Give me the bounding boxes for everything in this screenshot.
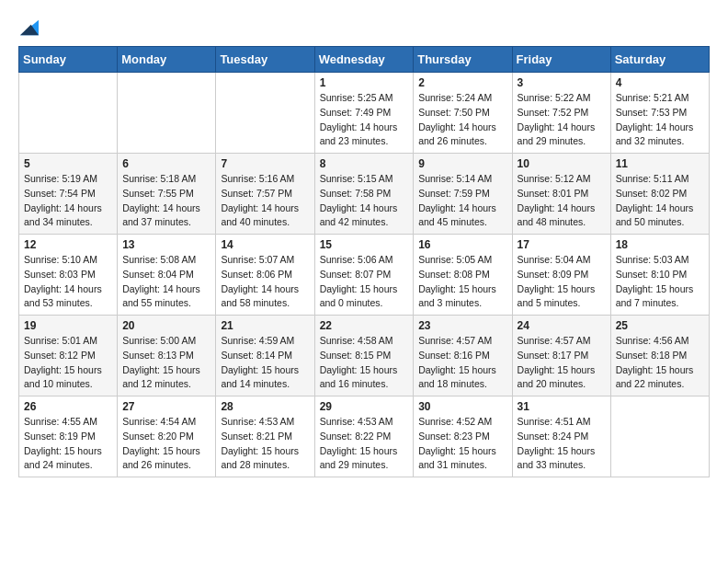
day-info: Sunrise: 4:56 AMSunset: 8:18 PMDaylight:… <box>616 334 704 392</box>
calendar-cell-week5-day5: 31Sunrise: 4:51 AMSunset: 8:24 PMDayligh… <box>512 396 610 477</box>
weekday-header-wednesday: Wednesday <box>314 47 414 73</box>
day-info: Sunrise: 5:03 AMSunset: 8:10 PMDaylight:… <box>616 253 704 311</box>
logo <box>18 18 39 37</box>
calendar-cell-week1-day5: 3Sunrise: 5:22 AMSunset: 7:52 PMDaylight… <box>512 73 610 154</box>
day-number: 21 <box>221 319 309 332</box>
day-info: Sunrise: 5:16 AMSunset: 7:57 PMDaylight:… <box>221 172 309 230</box>
day-number: 29 <box>320 400 409 413</box>
day-number: 24 <box>518 319 606 332</box>
day-info: Sunrise: 5:08 AMSunset: 8:04 PMDaylight:… <box>122 253 210 311</box>
day-info: Sunrise: 5:11 AMSunset: 8:02 PMDaylight:… <box>616 172 704 230</box>
calendar-cell-week5-day6 <box>610 396 709 477</box>
day-number: 10 <box>518 157 606 170</box>
day-number: 17 <box>518 238 606 251</box>
weekday-header-thursday: Thursday <box>414 47 512 73</box>
day-number: 19 <box>24 319 112 332</box>
calendar-cell-week2-day1: 6Sunrise: 5:18 AMSunset: 7:55 PMDaylight… <box>118 154 216 235</box>
week-row-4: 19Sunrise: 5:01 AMSunset: 8:12 PMDayligh… <box>19 316 710 396</box>
day-info: Sunrise: 5:07 AMSunset: 8:06 PMDaylight:… <box>221 253 309 311</box>
day-number: 4 <box>616 76 704 89</box>
day-number: 31 <box>518 400 606 413</box>
calendar-cell-week4-day6: 25Sunrise: 4:56 AMSunset: 8:18 PMDayligh… <box>610 316 709 396</box>
day-number: 6 <box>122 157 210 170</box>
day-number: 8 <box>320 157 409 170</box>
calendar-cell-week1-day1 <box>118 73 216 154</box>
calendar-cell-week2-day6: 11Sunrise: 5:11 AMSunset: 8:02 PMDayligh… <box>610 154 709 235</box>
calendar-cell-week3-day1: 13Sunrise: 5:08 AMSunset: 8:04 PMDayligh… <box>118 235 216 316</box>
calendar-cell-week5-day1: 27Sunrise: 4:54 AMSunset: 8:20 PMDayligh… <box>118 396 216 477</box>
calendar-cell-week3-day6: 18Sunrise: 5:03 AMSunset: 8:10 PMDayligh… <box>610 235 709 316</box>
weekday-header-row: SundayMondayTuesdayWednesdayThursdayFrid… <box>19 47 710 73</box>
calendar-cell-week1-day3: 1Sunrise: 5:25 AMSunset: 7:49 PMDaylight… <box>314 73 414 154</box>
week-row-5: 26Sunrise: 4:55 AMSunset: 8:19 PMDayligh… <box>19 396 710 477</box>
day-info: Sunrise: 5:25 AMSunset: 7:49 PMDaylight:… <box>320 91 409 149</box>
calendar-cell-week3-day3: 15Sunrise: 5:06 AMSunset: 8:07 PMDayligh… <box>314 235 414 316</box>
day-info: Sunrise: 5:22 AMSunset: 7:52 PMDaylight:… <box>518 91 606 149</box>
day-info: Sunrise: 5:18 AMSunset: 7:55 PMDaylight:… <box>122 172 210 230</box>
day-info: Sunrise: 4:51 AMSunset: 8:24 PMDaylight:… <box>518 415 606 473</box>
day-number: 25 <box>616 319 704 332</box>
calendar-cell-week1-day0 <box>19 73 118 154</box>
day-number: 23 <box>418 319 506 332</box>
day-number: 22 <box>320 319 409 332</box>
logo-icon <box>20 18 39 37</box>
day-info: Sunrise: 5:24 AMSunset: 7:50 PMDaylight:… <box>418 91 506 149</box>
calendar-cell-week5-day2: 28Sunrise: 4:53 AMSunset: 8:21 PMDayligh… <box>216 396 314 477</box>
day-info: Sunrise: 4:58 AMSunset: 8:15 PMDaylight:… <box>320 334 409 392</box>
day-info: Sunrise: 5:00 AMSunset: 8:13 PMDaylight:… <box>122 334 210 392</box>
week-row-2: 5Sunrise: 5:19 AMSunset: 7:54 PMDaylight… <box>19 154 710 235</box>
day-info: Sunrise: 5:05 AMSunset: 8:08 PMDaylight:… <box>418 253 506 311</box>
day-info: Sunrise: 5:15 AMSunset: 7:58 PMDaylight:… <box>320 172 409 230</box>
day-number: 30 <box>418 400 506 413</box>
day-info: Sunrise: 4:53 AMSunset: 8:21 PMDaylight:… <box>221 415 309 473</box>
day-info: Sunrise: 4:57 AMSunset: 8:17 PMDaylight:… <box>518 334 606 392</box>
calendar-cell-week3-day4: 16Sunrise: 5:05 AMSunset: 8:08 PMDayligh… <box>414 235 512 316</box>
calendar-cell-week2-day0: 5Sunrise: 5:19 AMSunset: 7:54 PMDaylight… <box>19 154 118 235</box>
day-info: Sunrise: 5:21 AMSunset: 7:53 PMDaylight:… <box>616 91 704 149</box>
week-row-3: 12Sunrise: 5:10 AMSunset: 8:03 PMDayligh… <box>19 235 710 316</box>
calendar-cell-week1-day6: 4Sunrise: 5:21 AMSunset: 7:53 PMDaylight… <box>610 73 709 154</box>
calendar-cell-week4-day0: 19Sunrise: 5:01 AMSunset: 8:12 PMDayligh… <box>19 316 118 396</box>
day-info: Sunrise: 4:53 AMSunset: 8:22 PMDaylight:… <box>320 415 409 473</box>
calendar-cell-week5-day3: 29Sunrise: 4:53 AMSunset: 8:22 PMDayligh… <box>314 396 414 477</box>
calendar-cell-week4-day2: 21Sunrise: 4:59 AMSunset: 8:14 PMDayligh… <box>216 316 314 396</box>
day-number: 7 <box>221 157 309 170</box>
day-info: Sunrise: 5:06 AMSunset: 8:07 PMDaylight:… <box>320 253 409 311</box>
page-header <box>18 18 710 37</box>
day-number: 3 <box>518 76 606 89</box>
weekday-header-saturday: Saturday <box>610 47 709 73</box>
day-number: 27 <box>122 400 210 413</box>
day-info: Sunrise: 4:55 AMSunset: 8:19 PMDaylight:… <box>24 415 112 473</box>
day-number: 13 <box>122 238 210 251</box>
day-number: 18 <box>616 238 704 251</box>
day-number: 26 <box>24 400 112 413</box>
day-number: 1 <box>320 76 409 89</box>
calendar-cell-week4-day1: 20Sunrise: 5:00 AMSunset: 8:13 PMDayligh… <box>118 316 216 396</box>
day-info: Sunrise: 5:04 AMSunset: 8:09 PMDaylight:… <box>518 253 606 311</box>
calendar-cell-week5-day0: 26Sunrise: 4:55 AMSunset: 8:19 PMDayligh… <box>19 396 118 477</box>
calendar-cell-week2-day2: 7Sunrise: 5:16 AMSunset: 7:57 PMDaylight… <box>216 154 314 235</box>
calendar-cell-week4-day4: 23Sunrise: 4:57 AMSunset: 8:16 PMDayligh… <box>414 316 512 396</box>
day-info: Sunrise: 5:14 AMSunset: 7:59 PMDaylight:… <box>418 172 506 230</box>
weekday-header-friday: Friday <box>512 47 610 73</box>
calendar-cell-week4-day5: 24Sunrise: 4:57 AMSunset: 8:17 PMDayligh… <box>512 316 610 396</box>
day-info: Sunrise: 5:19 AMSunset: 7:54 PMDaylight:… <box>24 172 112 230</box>
day-info: Sunrise: 5:12 AMSunset: 8:01 PMDaylight:… <box>518 172 606 230</box>
calendar-cell-week3-day0: 12Sunrise: 5:10 AMSunset: 8:03 PMDayligh… <box>19 235 118 316</box>
calendar-cell-week2-day3: 8Sunrise: 5:15 AMSunset: 7:58 PMDaylight… <box>314 154 414 235</box>
day-number: 20 <box>122 319 210 332</box>
day-number: 12 <box>24 238 112 251</box>
day-number: 2 <box>418 76 506 89</box>
weekday-header-tuesday: Tuesday <box>216 47 314 73</box>
day-number: 14 <box>221 238 309 251</box>
day-number: 15 <box>320 238 409 251</box>
calendar-cell-week3-day2: 14Sunrise: 5:07 AMSunset: 8:06 PMDayligh… <box>216 235 314 316</box>
day-info: Sunrise: 4:54 AMSunset: 8:20 PMDaylight:… <box>122 415 210 473</box>
weekday-header-monday: Monday <box>118 47 216 73</box>
day-info: Sunrise: 5:01 AMSunset: 8:12 PMDaylight:… <box>24 334 112 392</box>
calendar-cell-week1-day2 <box>216 73 314 154</box>
day-info: Sunrise: 4:57 AMSunset: 8:16 PMDaylight:… <box>418 334 506 392</box>
day-number: 9 <box>418 157 506 170</box>
calendar-cell-week2-day4: 9Sunrise: 5:14 AMSunset: 7:59 PMDaylight… <box>414 154 512 235</box>
day-number: 5 <box>24 157 112 170</box>
